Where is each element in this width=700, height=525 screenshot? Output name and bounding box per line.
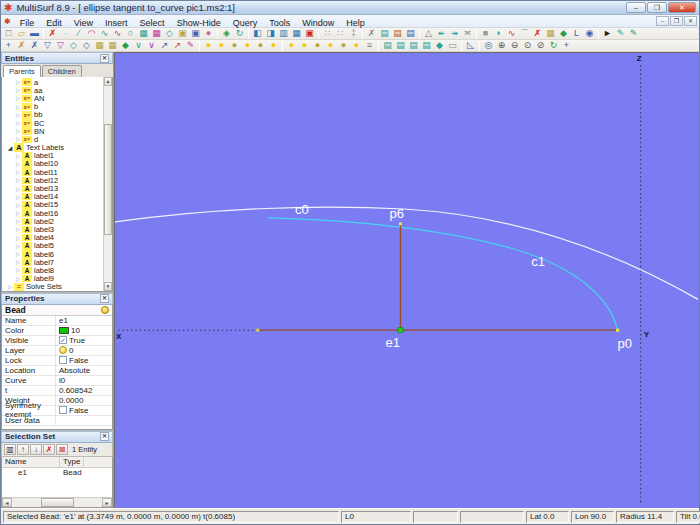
color-swatch[interactable] (59, 327, 69, 334)
duplicate-3-icon[interactable]: ▤ (407, 40, 420, 52)
zoom-out-icon[interactable]: ⊖ (508, 40, 521, 52)
property-value[interactable]: False (69, 356, 89, 365)
vector-tool2-icon[interactable]: ↗ (171, 40, 184, 52)
paste-icon[interactable]: ▤ (391, 28, 404, 40)
minimize-button[interactable]: – (626, 2, 646, 13)
property-value[interactable]: True (69, 336, 85, 345)
pan-view-icon[interactable]: + (560, 40, 573, 52)
mdi-minimize-button[interactable]: – (656, 16, 669, 26)
property-value[interactable]: 0.608542 (59, 386, 92, 395)
duplicate-5-icon[interactable]: ◆ (433, 40, 446, 52)
bead-tool-icon[interactable]: ▽ (41, 40, 54, 52)
refresh-view-icon[interactable]: ↻ (547, 40, 560, 52)
rotate-view-icon[interactable]: ↻ (233, 28, 246, 40)
bulb-invert-icon[interactable]: ● (337, 40, 350, 52)
tree-item-an[interactable]: ▷x=AN (2, 94, 112, 102)
patch-tool-icon[interactable]: ◆ (557, 28, 570, 40)
tab-children[interactable]: Children (42, 65, 82, 77)
delete-entity-icon[interactable]: ✗ (46, 28, 59, 40)
mesh-small2-icon[interactable]: ▦ (106, 40, 119, 52)
create-trim-icon[interactable]: ▣ (176, 28, 189, 40)
property-value[interactable]: Absolute (59, 366, 90, 375)
twisty-icon[interactable]: ▷ (14, 210, 22, 216)
twisty-icon[interactable]: ▷ (14, 276, 22, 282)
property-row-lock[interactable]: LockFalse (2, 356, 112, 366)
twisty-icon[interactable]: ▷ (14, 186, 22, 192)
nudge-prev-icon[interactable]: ↞ (435, 28, 448, 40)
edit-pen-icon[interactable]: ✎ (614, 28, 627, 40)
property-value[interactable]: e1 (59, 316, 68, 325)
twisty-icon[interactable]: ▷ (14, 218, 22, 224)
triad-icon[interactable]: △ (422, 28, 435, 40)
zoom-window-icon[interactable]: ⊙ (521, 40, 534, 52)
create-line-icon[interactable]: ∕ (72, 28, 85, 40)
tree-item-label7[interactable]: ▷Alabel7 (2, 258, 112, 266)
tree-item-label2[interactable]: ▷Alabel2 (2, 217, 112, 225)
view-layout-4-icon[interactable]: ▦ (290, 28, 303, 40)
point-e1[interactable] (398, 328, 403, 333)
curve-c0[interactable] (115, 207, 698, 299)
checkbox-checked-icon[interactable]: ✓ (59, 336, 67, 344)
twisty-icon[interactable]: ▷ (14, 226, 22, 232)
pen-pink-icon[interactable]: ✎ (184, 40, 197, 52)
create-arc-icon[interactable]: ◠ (85, 28, 98, 40)
selection-close-icon[interactable]: ✕ (100, 432, 109, 441)
entities-close-icon[interactable]: ✕ (100, 54, 109, 63)
twisty-icon[interactable]: ▷ (14, 194, 22, 200)
property-row-layer[interactable]: Layer0 (2, 346, 112, 356)
twisty-icon[interactable]: ▷ (14, 267, 22, 273)
hscroll-thumb[interactable] (41, 498, 74, 507)
property-value[interactable]: 0.0000 (59, 396, 83, 405)
duplicate-1-icon[interactable]: ▤ (381, 40, 394, 52)
twisty-icon[interactable]: ▷ (14, 128, 22, 134)
tree-item-label3[interactable]: ▷Alabel3 (2, 225, 112, 233)
twisty-icon[interactable]: ▷ (14, 120, 22, 126)
move-up-icon[interactable]: ↑ (17, 444, 29, 455)
mesh-tool-icon[interactable]: ▦ (544, 28, 557, 40)
tree-item-a[interactable]: ▷x=a (2, 78, 112, 86)
create-surface-icon[interactable]: ▦ (137, 28, 150, 40)
tree-item-label6[interactable]: ▷Alabel6 (2, 250, 112, 258)
label-tool-icon[interactable]: L (570, 28, 583, 40)
create-solid-icon[interactable]: ▣ (189, 28, 202, 40)
tree-item-label5[interactable]: ▷Alabel5 (2, 242, 112, 250)
twisty-icon[interactable]: ▷ (14, 177, 22, 183)
twisty-icon[interactable]: ▷ (14, 153, 22, 159)
nudge-next-icon[interactable]: ↠ (448, 28, 461, 40)
lock-tool-icon[interactable]: ◉ (583, 28, 596, 40)
view-layout-2-icon[interactable]: ◨ (264, 28, 277, 40)
twisty-icon[interactable]: ▷ (14, 112, 22, 118)
tree-item-solve-sets[interactable]: ▷=Solve Sets (2, 283, 112, 291)
point-p6[interactable] (399, 222, 402, 225)
vector-tool-icon[interactable]: ↗ (158, 40, 171, 52)
new-file-icon[interactable]: □ (2, 28, 15, 40)
restore-button[interactable]: ❐ (647, 2, 667, 13)
show-bulb-icon[interactable]: ● (202, 40, 215, 52)
view-layout-1-icon[interactable]: ◧ (251, 28, 264, 40)
stop-icon[interactable]: ■ (479, 28, 492, 40)
bulb-show-icon[interactable]: ● (324, 40, 337, 52)
scroll-down-icon[interactable]: ▼ (104, 282, 112, 291)
sketch-plane-icon[interactable]: ◺ (464, 40, 477, 52)
drawing-viewport[interactable]: c0p6c1p0e1XYZ (114, 52, 699, 508)
show-all-bulb-icon[interactable]: ● (241, 40, 254, 52)
create-circle-icon[interactable]: ○ (124, 28, 137, 40)
point-l0-start[interactable] (256, 329, 259, 332)
mdi-restore-button[interactable]: ❐ (670, 16, 683, 26)
wave-tool-icon[interactable]: ∿ (505, 28, 518, 40)
zoom-previous-icon[interactable]: ⊘ (534, 40, 547, 52)
scroll-thumb[interactable] (104, 124, 112, 235)
bulb-children-icon[interactable]: ● (298, 40, 311, 52)
property-value[interactable]: 10 (71, 326, 80, 335)
properties-close-icon[interactable]: ✕ (100, 294, 109, 303)
bulb-reset-icon[interactable]: ● (350, 40, 363, 52)
mdi-close-button[interactable]: ✕ (684, 16, 697, 26)
property-row-curve[interactable]: Curvel0 (2, 376, 112, 386)
tree-item-label4[interactable]: ▷Alabel4 (2, 234, 112, 242)
twisty-icon[interactable]: ▷ (14, 136, 22, 142)
twisty-icon[interactable]: ▷ (6, 284, 14, 290)
create-polygon-icon[interactable]: ◇ (163, 28, 176, 40)
property-value[interactable]: False (69, 406, 89, 415)
select-cursor-icon[interactable]: ► (601, 28, 614, 40)
open-file-icon[interactable]: ▱ (15, 28, 28, 40)
